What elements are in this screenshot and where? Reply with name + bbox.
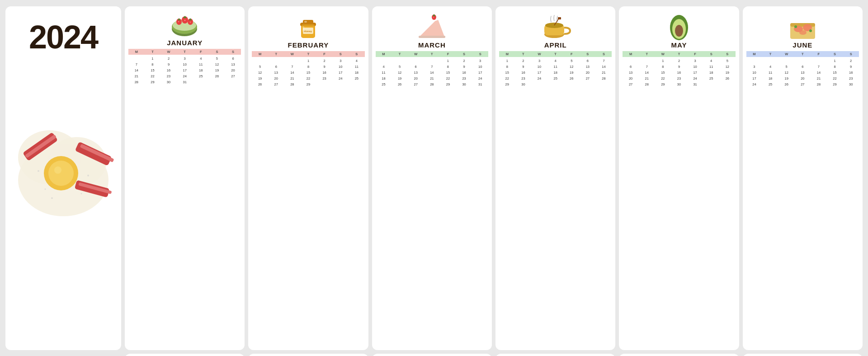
svg-point-11 <box>54 166 61 174</box>
svg-point-27 <box>184 19 185 20</box>
food-icon-january <box>168 12 202 39</box>
cal-days-jun: 12 3456789 10111213141516 17181920212223… <box>746 58 859 87</box>
main-container: 2024 <box>0 0 868 356</box>
months-row-1: JANUARY MTWTFSS 123456 78910111213 14151… <box>125 6 863 350</box>
cal-header-apr: MTWTFSS <box>499 51 612 57</box>
cal-days-jan: 123456 78910111213 14151617181920 212223… <box>128 56 241 85</box>
cal-may: MTWTFSS 12345 6789101112 13141516171819 … <box>623 51 735 87</box>
svg-point-12 <box>38 170 39 172</box>
svg-point-35 <box>304 21 307 23</box>
cal-header-jun: MTWTFSS <box>746 51 859 57</box>
month-name-june: JUNE <box>793 41 812 49</box>
card-august: AUGUST MTWTFSS 1234 567891011 1213141516… <box>248 354 368 356</box>
svg-rect-43 <box>419 36 445 38</box>
card-december: DECEMBER MTWTFSS 1 2345678 9101112131415… <box>743 354 863 356</box>
svg-point-26 <box>178 21 179 22</box>
food-icon-march <box>415 12 449 41</box>
cal-march: MTWTFSS 123 45678910 11121314151617 1819… <box>376 51 488 87</box>
months-row-2: JULY MTWTFSS 1234567 891011121314 151617… <box>125 354 863 356</box>
cal-days-apr: 1234567 891011121314 15161718192021 2223… <box>499 58 612 87</box>
svg-point-13 <box>87 175 89 176</box>
cal-header-mar: MTWTFSS <box>376 51 488 57</box>
month-name-march: MARCH <box>418 41 446 49</box>
svg-point-58 <box>809 29 812 32</box>
svg-point-16 <box>51 197 53 199</box>
cal-days-feb: 1234 567891011 12131415161718 1920212223… <box>252 58 364 87</box>
cal-june: MTWTFSS 12 3456789 10111213141516 171819… <box>746 51 859 87</box>
cal-days-mar: 123 45678910 11121314151617 181920212223… <box>376 58 488 87</box>
svg-point-42 <box>433 17 434 18</box>
svg-text:Honey: Honey <box>304 30 312 33</box>
month-name-may: MAY <box>671 41 687 49</box>
svg-marker-38 <box>420 19 444 37</box>
cal-january: MTWTFSS 123456 78910111213 1415161718192… <box>128 49 241 85</box>
month-name-april: APRIL <box>544 41 567 49</box>
svg-point-51 <box>675 25 683 37</box>
cal-days-may: 12345 6789101112 13141516171819 20212223… <box>623 58 735 87</box>
svg-point-28 <box>190 22 191 23</box>
cal-april: MTWTFSS 1234567 891011121314 15161718192… <box>499 51 612 87</box>
card-july: JULY MTWTFSS 1234567 891011121314 151617… <box>125 354 245 356</box>
svg-point-10 <box>48 161 74 186</box>
svg-rect-36 <box>302 26 304 32</box>
card-october: OCTOBER MTWTFSS 123456 78910111213 14151… <box>495 354 615 356</box>
svg-point-57 <box>794 25 797 28</box>
svg-point-15 <box>81 193 82 194</box>
card-march: MARCH MTWTFSS 123 45678910 1112131415161… <box>372 6 492 350</box>
card-november: NOVEMBER MTWTFSS 123 45678910 1112131415… <box>619 354 739 356</box>
cal-header-feb: MTWTFSS <box>252 51 364 57</box>
card-february: Honey FEBRUARY MTWTFSS 1234 567891011 12… <box>248 6 368 350</box>
card-may: MAY MTWTFSS 12345 6789101112 13141516171… <box>619 6 739 350</box>
cal-header-may: MTWTFSS <box>623 51 735 57</box>
food-icon-february: Honey <box>291 12 325 41</box>
food-icon-june <box>786 12 820 41</box>
card-september: SEPTEMBER MTWTFSS 1 2345678 910111213141… <box>372 354 492 356</box>
food-icon-april <box>538 12 572 41</box>
food-icon-may <box>663 12 695 41</box>
month-name-january: JANUARY <box>167 39 203 47</box>
svg-point-14 <box>45 188 46 190</box>
cal-header-jan: MTWTFSS <box>128 49 241 55</box>
svg-rect-48 <box>558 17 561 19</box>
year-card: 2024 <box>5 6 121 350</box>
card-june: JUNE MTWTFSS 12 3456789 10111213141516 1… <box>743 6 863 350</box>
card-april: APRIL MTWTFSS 1234567 891011121314 15161… <box>495 6 615 350</box>
month-name-february: FEBRUARY <box>288 41 329 49</box>
card-january: JANUARY MTWTFSS 123456 78910111213 14151… <box>125 6 245 350</box>
egg-illustration <box>9 58 118 248</box>
svg-point-56 <box>799 30 807 35</box>
year-label: 2024 <box>29 21 98 53</box>
cal-february: MTWTFSS 1234 567891011 12131415161718 19… <box>252 51 364 87</box>
